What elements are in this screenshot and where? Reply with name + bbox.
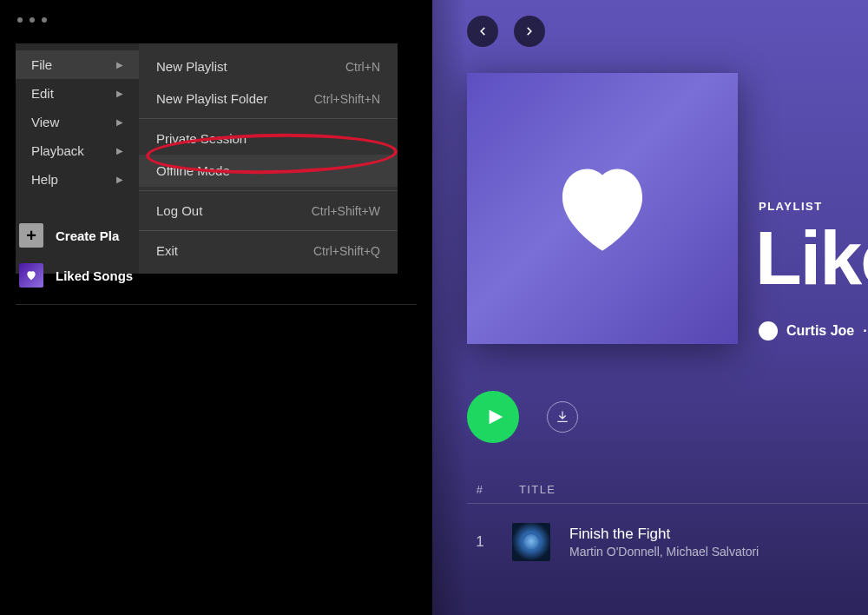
download-button[interactable] xyxy=(547,401,578,433)
menu-item-new-playlist-folder[interactable]: New Playlist Folder Ctrl+Shift+N xyxy=(139,83,398,115)
main-panel: PLAYLIST Like Curtis Joe · # TITLE 1 Fin… xyxy=(432,0,868,615)
menu-view[interactable]: View ▶ xyxy=(16,108,139,136)
meta-separator: · xyxy=(863,323,866,339)
download-icon xyxy=(556,410,569,424)
menu-item-label: New Playlist xyxy=(156,59,227,74)
playlist-meta: Curtis Joe · xyxy=(759,321,867,341)
menu-label: Playback xyxy=(31,143,84,158)
chevron-right-icon: ▶ xyxy=(116,175,123,184)
menu-label: Edit xyxy=(31,86,54,101)
track-artist: Martin O'Donnell, Michael Salvatori xyxy=(569,545,759,559)
nav-forward-button[interactable] xyxy=(514,16,545,47)
track-title: Finish the Fight xyxy=(569,526,759,543)
chevron-left-icon xyxy=(477,25,489,37)
track-number: 1 xyxy=(467,533,493,551)
sidebar-item-label: Liked Songs xyxy=(56,268,133,283)
playlist-actions xyxy=(467,391,578,443)
nav-back-button[interactable] xyxy=(467,16,498,47)
menu-label: File xyxy=(31,57,52,72)
sidebar-divider xyxy=(16,304,417,305)
track-row[interactable]: 1 Finish the Fight Martin O'Donnell, Mic… xyxy=(467,523,868,561)
playlist-cover[interactable] xyxy=(467,73,738,344)
plus-icon: + xyxy=(19,223,43,248)
menu-item-new-playlist[interactable]: New Playlist Ctrl+N xyxy=(139,50,398,83)
menu-help[interactable]: Help ▶ xyxy=(16,165,139,194)
dot-icon xyxy=(42,17,47,23)
playlist-owner[interactable]: Curtis Joe xyxy=(786,323,854,339)
nav-buttons xyxy=(467,16,545,47)
sidebar-item-label: Create Pla xyxy=(56,228,119,243)
track-columns: # TITLE xyxy=(467,483,868,504)
playlist-title: Like xyxy=(755,214,868,302)
menu-item-private-session[interactable]: Private Session xyxy=(139,122,398,155)
chevron-right-icon xyxy=(523,25,536,37)
heart-icon xyxy=(546,152,659,265)
chevron-right-icon: ▶ xyxy=(116,60,123,69)
menu-item-label: Private Session xyxy=(156,131,247,146)
menu-item-shortcut: Ctrl+Shift+N xyxy=(314,92,380,106)
menu-item-shortcut: Ctrl+N xyxy=(345,60,380,74)
menu-label: View xyxy=(31,115,59,129)
column-number: # xyxy=(467,483,493,496)
chevron-right-icon: ▶ xyxy=(116,117,123,127)
chevron-right-icon: ▶ xyxy=(116,89,123,98)
menu-item-offline-mode[interactable]: Offline Mode xyxy=(139,155,398,187)
menu-label: Help xyxy=(31,172,58,187)
menu-divider xyxy=(139,118,398,119)
column-title: TITLE xyxy=(519,483,556,496)
dot-icon xyxy=(30,17,35,23)
play-icon xyxy=(485,407,504,427)
avatar[interactable] xyxy=(759,321,778,341)
track-text: Finish the Fight Martin O'Donnell, Micha… xyxy=(569,526,759,559)
sidebar-item-create-playlist[interactable]: + Create Pla xyxy=(16,215,417,255)
sidebar-item-liked-songs[interactable]: Liked Songs xyxy=(16,255,417,295)
menu-edit[interactable]: Edit ▶ xyxy=(16,79,139,108)
dot-icon xyxy=(17,17,23,23)
chevron-right-icon: ▶ xyxy=(116,146,123,155)
gradient-edge xyxy=(432,0,467,615)
menu-playback[interactable]: Playback ▶ xyxy=(16,136,139,165)
sidebar-panel: File ▶ Edit ▶ View ▶ Playback ▶ Help ▶ xyxy=(0,0,432,615)
sidebar-library: + Create Pla Liked Songs xyxy=(16,215,417,305)
track-artwork xyxy=(512,523,550,561)
playlist-type-label: PLAYLIST xyxy=(759,200,823,213)
menu-file[interactable]: File ▶ xyxy=(16,50,139,79)
window-controls[interactable] xyxy=(17,17,47,23)
menu-item-label: New Playlist Folder xyxy=(156,91,267,106)
menu-divider xyxy=(139,190,398,191)
menu-item-label: Offline Mode xyxy=(156,163,230,178)
heart-icon xyxy=(19,263,43,288)
play-button[interactable] xyxy=(467,391,519,443)
